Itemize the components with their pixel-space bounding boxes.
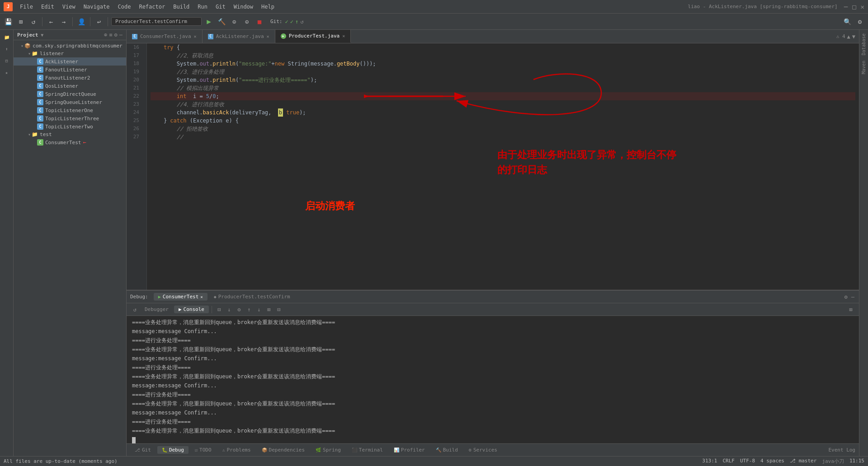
tree-springdirectqueue[interactable]: C SpringDirectQueue xyxy=(14,90,126,98)
commit-icon[interactable]: ⬆ xyxy=(1,43,12,54)
project-icon[interactable]: 📁 xyxy=(1,32,12,42)
scroll-end-btn[interactable]: ↓ xyxy=(225,305,234,314)
tree-fanoutlistener2[interactable]: C FanoutListener2 xyxy=(14,74,126,82)
menu-window[interactable]: Window xyxy=(230,2,257,11)
indent-setting[interactable]: 4 spaces xyxy=(760,458,784,465)
btab-problems[interactable]: ⚠ Problems xyxy=(218,446,255,454)
btab-profiler[interactable]: 📊 Profiler xyxy=(389,446,429,454)
code-view[interactable]: try { //2、获取消息 System.out.println("messa… xyxy=(147,43,859,290)
scroll-down-icon[interactable]: ▼ xyxy=(852,33,855,40)
undo-btn[interactable]: ↩ xyxy=(94,16,104,27)
menu-navigate[interactable]: Navigate xyxy=(80,2,113,11)
debug-minimize-icon[interactable]: — xyxy=(850,293,855,301)
btab-services[interactable]: ⚙ Services xyxy=(464,446,502,454)
debug-btn3[interactable]: ⊟ xyxy=(274,305,283,314)
menu-file[interactable]: File xyxy=(16,2,37,11)
tab-acklistener[interactable]: C AckListener.java ✕ xyxy=(203,30,275,43)
tree-package[interactable]: ▾ 📦 com.sky.springrabbitmqconsumer xyxy=(14,42,126,50)
maven-icon[interactable]: Maven xyxy=(860,59,867,76)
maximize-btn[interactable]: □ xyxy=(852,3,856,10)
tree-fanoutlistener[interactable]: C FanoutListener xyxy=(14,66,126,74)
minimize-btn[interactable]: ─ xyxy=(844,3,848,10)
tab-consumertest[interactable]: C ConsumerTest.java ✕ xyxy=(127,30,203,43)
structure-icon[interactable]: ⊟ xyxy=(1,55,12,66)
up-btn[interactable]: ↑ xyxy=(245,305,254,314)
debug-settings-icon[interactable]: ⚙ xyxy=(844,293,849,301)
menu-help[interactable]: Help xyxy=(258,2,278,11)
coverage-btn[interactable]: ⊙ xyxy=(229,16,240,27)
profile-btn[interactable]: ⊙ xyxy=(241,16,252,27)
debug-btn2[interactable]: ⊞ xyxy=(264,305,274,314)
save-all-btn[interactable]: ⊞ xyxy=(15,16,26,27)
debugger-tab[interactable]: Debugger xyxy=(140,306,173,313)
consumertest-debug-tab-close[interactable]: ✕ xyxy=(200,295,203,299)
gear-icon[interactable]: ⚙ xyxy=(114,32,118,38)
close-panel-icon[interactable]: — xyxy=(119,32,123,38)
run-btn[interactable]: ▶ xyxy=(203,16,214,27)
settings-btn2[interactable]: ⚙ xyxy=(235,305,244,314)
tree-springqueuelistener[interactable]: C SpringQueueListener xyxy=(14,98,126,106)
favorites-icon[interactable]: ★ xyxy=(1,67,12,78)
tree-listener-folder[interactable]: ▾ 📁 listener xyxy=(14,50,126,57)
stop-btn[interactable]: ■ xyxy=(254,16,265,27)
settings-icon[interactable]: ≡ xyxy=(109,32,112,38)
btab-dependencies[interactable]: 📦 Dependencies xyxy=(257,446,309,454)
btab-debug[interactable]: 🐛 Debug xyxy=(157,446,189,454)
refresh-btn[interactable]: ↺ xyxy=(28,16,39,27)
console-output[interactable]: ====业务处理异常，消息重新回到queue，broker会重新发送该消息给消费… xyxy=(127,316,859,443)
editor-content[interactable]: 16 17 18 19 20 21 22 23 24 25 26 27 xyxy=(127,43,859,290)
build-btn[interactable]: 🔨 xyxy=(216,16,227,27)
debug-tab-icon2: 🐛 xyxy=(162,447,167,452)
tree-topiclistenerone[interactable]: C TopicListenerOne xyxy=(14,106,126,114)
clear-console-btn[interactable]: ⊟ xyxy=(215,305,224,314)
close-btn[interactable]: ✕ xyxy=(861,3,864,10)
encoding[interactable]: UTF-8 xyxy=(740,458,755,465)
cursor-position[interactable]: 313:1 xyxy=(702,458,717,465)
git-branch[interactable]: ⎇ master xyxy=(790,458,816,465)
nav-btn[interactable]: 👤 xyxy=(76,16,87,27)
debug-restart-btn[interactable]: ↺ xyxy=(130,305,139,314)
menu-edit[interactable]: Edit xyxy=(38,2,58,11)
settings-btn[interactable]: ⚙ xyxy=(854,16,865,27)
debug-tab-consumertest[interactable]: ▶ ConsumerTest ✕ xyxy=(154,293,208,301)
tree-consumertest[interactable]: C ConsumerTest ← xyxy=(14,138,126,146)
menu-code[interactable]: Code xyxy=(114,2,135,11)
menu-run[interactable]: Run xyxy=(194,2,211,11)
producertest-tab-close[interactable]: ✕ xyxy=(342,33,345,38)
layout-btn[interactable]: ⊞ xyxy=(846,305,855,314)
btab-git[interactable]: ⎇ Git xyxy=(130,446,156,454)
btab-build[interactable]: 🔨 Build xyxy=(431,446,462,454)
qoslistener-class-icon: C xyxy=(37,83,43,89)
run-config-breadcrumb[interactable]: ProducerTest.testConfirm xyxy=(111,17,202,26)
menu-view[interactable]: View xyxy=(59,2,79,11)
menu-git[interactable]: Git xyxy=(212,2,229,11)
tree-topiclistenerthree[interactable]: C TopicListenerThree xyxy=(14,114,126,122)
consumertest-tab-close[interactable]: ✕ xyxy=(194,34,197,39)
menu-refactor[interactable]: Refactor xyxy=(135,2,169,11)
database-icon[interactable]: Database xyxy=(860,32,867,57)
scope-icon[interactable]: ⊕ xyxy=(104,32,107,38)
tree-qoslistener[interactable]: C QosListener xyxy=(14,82,126,90)
save-btn[interactable]: 💾 xyxy=(3,16,14,27)
btab-terminal[interactable]: ⬛ Terminal xyxy=(347,446,387,454)
down-btn[interactable]: ↓ xyxy=(255,305,264,314)
menu-build[interactable]: Build xyxy=(170,2,193,11)
btab-spring[interactable]: 🌿 Spring xyxy=(311,446,345,454)
line-ending[interactable]: CRLF xyxy=(722,458,735,465)
line-num-26: 26 xyxy=(127,125,143,133)
scroll-up-icon[interactable]: ▲ xyxy=(847,33,850,40)
forward-btn[interactable]: → xyxy=(58,16,69,27)
search-everywhere-btn[interactable]: 🔍 xyxy=(842,16,853,27)
back-btn[interactable]: ← xyxy=(46,16,57,27)
console-tab[interactable]: ▶ Console xyxy=(174,306,209,313)
git-refresh-icon[interactable]: ↺ xyxy=(300,19,303,25)
tree-acklistener[interactable]: C AckListener xyxy=(14,57,126,66)
project-panel-dropdown[interactable]: ▼ xyxy=(41,33,43,38)
tree-test-folder[interactable]: ▾ 📁 test xyxy=(14,131,126,138)
tab-producertest[interactable]: ▶ ProducerTest.java ✕ xyxy=(275,30,351,43)
tree-topiclistenertwo[interactable]: C TopicListenerTwo xyxy=(14,122,126,131)
event-log-btn[interactable]: Event Log xyxy=(828,447,855,453)
debug-tab-producertest[interactable]: ◆ ProducerTest.testConfirm xyxy=(209,293,295,301)
acklistener-tab-close[interactable]: ✕ xyxy=(267,34,269,39)
btab-todo[interactable]: ☑ TODO xyxy=(190,446,216,454)
